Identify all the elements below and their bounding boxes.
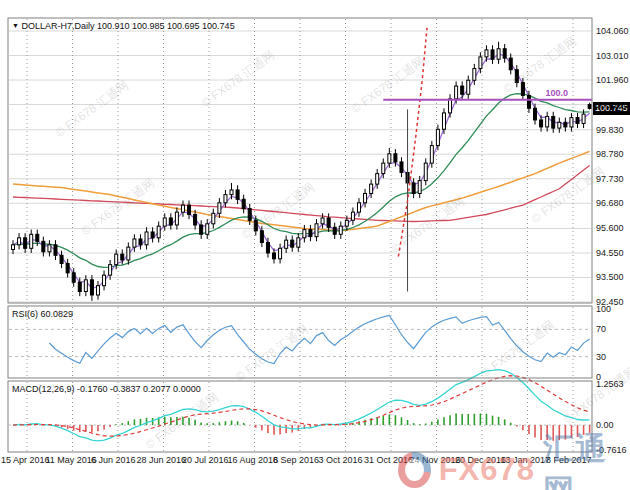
rsi-axis-label: 100 <box>596 304 611 314</box>
y-axis-label: 97.730 <box>596 174 624 184</box>
x-axis-date-label: 11 May 2016 <box>46 455 97 465</box>
rsi-axis-label: 70 <box>596 324 606 334</box>
macd-axis-label: 1.2563 <box>596 379 624 389</box>
x-axis-date-label: 6 Jun 2016 <box>91 455 136 465</box>
rsi-value: 60.0829 <box>41 309 74 319</box>
rsi-indicator-label: RSI(6) 60.0829 <box>12 309 73 319</box>
x-axis-date-label: 3 Oct 2016 <box>319 455 363 465</box>
x-axis-date-label: 8 Sep 2016 <box>273 455 319 465</box>
site-logo: FX678 汇通网 <box>398 428 630 490</box>
y-axis-label: 103.010 <box>596 51 629 61</box>
x-axis-date-label: 20 Jul 2016 <box>182 455 229 465</box>
y-axis-label: 101.960 <box>596 75 629 85</box>
macd-values: -0.1760 -0.3837 0.2077 0.0000 <box>77 384 201 394</box>
logo-text-en: FX678 <box>439 452 535 488</box>
y-axis-label: 99.830 <box>596 125 624 135</box>
symbol-timeframe: DOLLAR-H7,Daily <box>21 21 94 31</box>
x-axis-date-label: 15 Apr 2016 <box>1 455 50 465</box>
x-axis-date-label: 16 Aug 2016 <box>228 455 279 465</box>
y-axis-label: 104.060 <box>596 26 629 36</box>
y-axis-label: 100.910 <box>596 100 629 110</box>
fib-level-label: 100.0 <box>545 88 568 98</box>
y-axis-label: 94.550 <box>596 248 624 258</box>
title-ohlc-values: 100.910 100.985 100.695 100.745 <box>97 21 235 31</box>
rsi-name: RSI(6) <box>12 309 38 319</box>
y-axis-label: 93.500 <box>596 272 624 282</box>
chart-title: ▼ DOLLAR-H7,Daily 100.910 100.985 100.69… <box>12 21 235 31</box>
fx678-logo-icon <box>398 452 431 488</box>
y-axis-label: 96.680 <box>596 198 624 208</box>
macd-name: MACD(12,26,9) <box>12 384 75 394</box>
x-axis-date-label: 28 Jun 2016 <box>137 455 187 465</box>
macd-indicator-label: MACD(12,26,9) -0.1760 -0.3837 0.2077 0.0… <box>12 384 201 394</box>
y-axis-label: 95.600 <box>596 223 624 233</box>
trading-chart-window: © FX678 汇通网© FX678 汇通网© FX678 汇通网© FX678… <box>0 0 630 490</box>
rsi-axis-label: 30 <box>596 352 606 362</box>
logo-text-cn: 汇通网 <box>543 428 630 490</box>
y-axis-label: 98.780 <box>596 149 624 159</box>
collapse-triangle-icon[interactable]: ▼ <box>12 22 19 29</box>
